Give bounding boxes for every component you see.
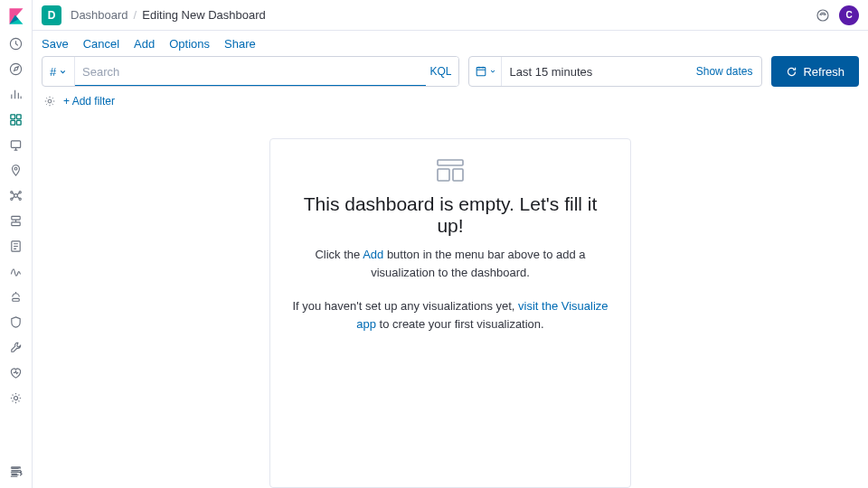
svg-point-1 <box>10 63 21 74</box>
nav-dashboard-icon[interactable] <box>4 108 29 130</box>
refresh-icon <box>786 66 797 78</box>
user-avatar[interactable]: C <box>839 5 859 25</box>
date-quick-button[interactable] <box>469 57 502 86</box>
add-link[interactable]: Add <box>134 37 155 51</box>
options-link[interactable]: Options <box>169 37 210 51</box>
nav-devtools-icon[interactable] <box>4 336 29 358</box>
svg-point-18 <box>817 10 828 21</box>
nav-visualize-icon[interactable] <box>4 83 29 105</box>
breadcrumb-separator: / <box>134 8 137 22</box>
nav-siem-icon[interactable] <box>4 311 29 333</box>
refresh-button[interactable]: Refresh <box>771 56 859 87</box>
dashboard-actions: Save Cancel Add Options Share <box>33 31 868 56</box>
empty-state-title: This dashboard is empty. Let's fill it u… <box>290 193 610 237</box>
svg-rect-6 <box>11 140 20 147</box>
svg-rect-4 <box>11 120 15 125</box>
svg-rect-21 <box>438 160 463 165</box>
nav-infrastructure-icon[interactable] <box>4 210 29 231</box>
query-bar: # KQL Last 15 minutes Show dates <box>33 56 868 92</box>
filter-bar: + Add filter <box>33 92 868 115</box>
svg-point-10 <box>19 191 21 192</box>
collapse-nav-icon[interactable] <box>4 461 29 483</box>
breadcrumb-current: Editing New Dashboard <box>142 8 266 22</box>
share-link[interactable]: Share <box>224 37 256 51</box>
breadcrumb: Dashboard / Editing New Dashboard <box>71 8 266 22</box>
nav-canvas-icon[interactable] <box>4 134 29 155</box>
side-nav <box>0 0 33 488</box>
save-link[interactable]: Save <box>42 37 69 51</box>
add-filter-link[interactable]: + Add filter <box>63 95 115 108</box>
nav-discover-icon[interactable] <box>4 58 29 80</box>
svg-point-9 <box>11 191 13 192</box>
svg-rect-14 <box>12 221 20 225</box>
nav-ml-icon[interactable] <box>4 184 29 206</box>
svg-point-7 <box>14 167 17 170</box>
chevron-down-icon <box>59 68 67 76</box>
date-range-text[interactable]: Last 15 minutes <box>502 57 686 86</box>
search-focus-underline <box>75 85 426 87</box>
date-picker: Last 15 minutes Show dates <box>468 56 762 87</box>
svg-rect-2 <box>11 114 15 118</box>
svg-point-17 <box>14 396 17 399</box>
empty-state-line2: If you haven't set up any visualizations… <box>290 297 610 333</box>
empty-state-panel: This dashboard is empty. Let's fill it u… <box>269 138 631 488</box>
show-dates-link[interactable]: Show dates <box>687 57 762 86</box>
nav-recent-icon[interactable] <box>4 33 29 54</box>
chevron-down-icon <box>489 68 496 75</box>
saved-query-button[interactable]: # <box>42 57 75 86</box>
empty-state-line1: Click the Add button in the menu bar abo… <box>290 246 610 281</box>
calendar-icon <box>475 65 487 78</box>
nav-monitoring-icon[interactable] <box>4 361 29 383</box>
newsfeed-icon[interactable] <box>816 8 830 23</box>
svg-point-11 <box>11 198 13 200</box>
svg-point-20 <box>48 99 52 103</box>
cancel-link[interactable]: Cancel <box>83 37 119 51</box>
filter-options-icon[interactable] <box>43 95 56 108</box>
dashboard-content: This dashboard is empty. Let's fill it u… <box>33 115 868 488</box>
svg-rect-23 <box>453 169 463 181</box>
svg-rect-5 <box>16 120 21 125</box>
query-input-group: # KQL <box>42 56 459 87</box>
svg-rect-16 <box>13 298 20 301</box>
add-inline-link[interactable]: Add <box>363 248 383 261</box>
svg-point-12 <box>19 198 21 200</box>
search-input[interactable] <box>75 57 458 86</box>
app-badge: D <box>42 5 61 25</box>
svg-rect-13 <box>12 216 20 220</box>
svg-rect-22 <box>438 169 449 181</box>
nav-logs-icon[interactable] <box>4 235 29 257</box>
svg-rect-3 <box>16 114 21 118</box>
nav-apm-icon[interactable] <box>4 260 29 282</box>
dashboard-empty-icon <box>437 159 464 183</box>
kibana-logo-icon[interactable] <box>7 7 25 25</box>
nav-uptime-icon[interactable] <box>4 286 29 307</box>
breadcrumb-root[interactable]: Dashboard <box>71 8 128 22</box>
nav-maps-icon[interactable] <box>4 159 29 181</box>
svg-rect-19 <box>476 68 486 76</box>
nav-management-icon[interactable] <box>4 387 29 408</box>
top-header: D Dashboard / Editing New Dashboard C <box>33 0 868 31</box>
kql-toggle[interactable]: KQL <box>429 65 451 78</box>
